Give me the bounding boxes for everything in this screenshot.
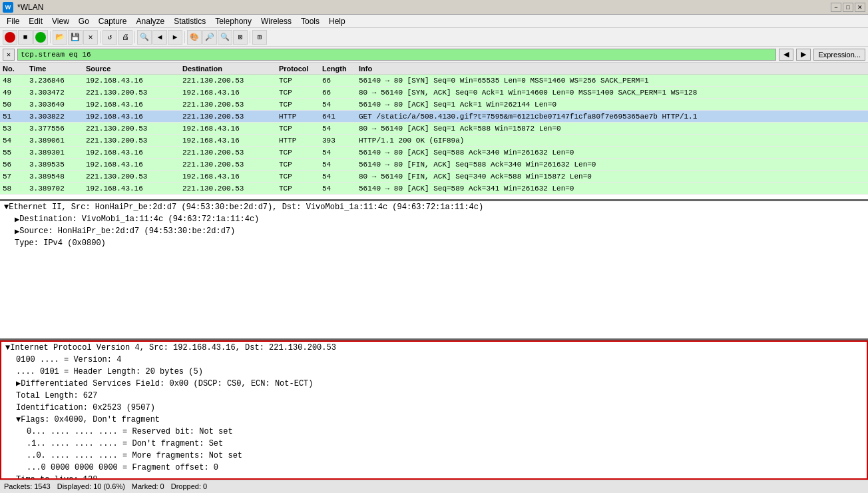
packet-rows-container: 48 3.236846 192.168.43.16 221.130.200.53… xyxy=(0,75,868,195)
toolbar-color-btn[interactable]: 🎨 xyxy=(187,30,202,45)
toolbar-open-btn[interactable]: 📂 xyxy=(53,30,67,45)
menu-telephony[interactable]: Telephony xyxy=(211,16,256,27)
packet-len: 66 xyxy=(320,77,356,85)
detail-text: Source: HonHaiPr_be:2d:d7 (94:53:30:be:2… xyxy=(19,227,235,236)
toolbar-save-btn[interactable]: 💾 xyxy=(68,30,83,45)
minimize-button[interactable]: − xyxy=(831,3,841,12)
bytes-text: Differentiated Services Field: 0x00 (DSC… xyxy=(21,379,313,388)
table-row[interactable]: 54 3.389061 221.130.200.53 192.168.43.16… xyxy=(0,135,868,147)
packet-src: 192.168.43.16 xyxy=(83,149,180,157)
toolbar-print-btn[interactable]: 🖨 xyxy=(118,30,132,45)
col-header-length: Length xyxy=(320,65,356,73)
toolbar-reload-btn[interactable]: ↺ xyxy=(103,30,117,45)
table-row[interactable]: 57 3.389548 221.130.200.53 192.168.43.16… xyxy=(0,171,868,183)
title-bar-title: *WLAN xyxy=(17,3,43,12)
packet-no: 48 xyxy=(0,77,27,85)
packet-src: 192.168.43.16 xyxy=(83,113,180,121)
menu-wireless[interactable]: Wireless xyxy=(257,16,296,27)
table-row[interactable]: 49 3.303472 221.130.200.53 192.168.43.16… xyxy=(0,87,868,99)
toolbar-zoom-in-btn[interactable]: 🔎 xyxy=(202,30,217,45)
table-row[interactable]: 48 3.236846 192.168.43.16 221.130.200.53… xyxy=(0,75,868,87)
table-row[interactable]: 53 3.377556 221.130.200.53 192.168.43.16… xyxy=(0,123,868,135)
table-row[interactable]: 50 3.303640 192.168.43.16 221.130.200.53… xyxy=(0,99,868,111)
packet-dst: 192.168.43.16 xyxy=(180,125,276,133)
packet-info: 80 → 56140 [ACK] Seq=1 Ack=588 Win=15872… xyxy=(356,125,868,133)
expression-button[interactable]: Expression... xyxy=(813,49,865,61)
status-marked: Marked: 0 xyxy=(132,482,164,490)
packet-time: 3.377556 xyxy=(27,125,83,133)
filter-arrow-right[interactable]: ▶ xyxy=(796,49,811,61)
menu-capture[interactable]: Capture xyxy=(95,16,131,27)
col-header-no: No. xyxy=(0,65,27,73)
menu-edit[interactable]: Edit xyxy=(25,16,47,27)
title-bar-controls[interactable]: − □ ✕ xyxy=(831,3,865,12)
detail-item[interactable]: Type: IPv4 (0x0800) xyxy=(0,237,868,249)
toolbar-next-btn[interactable]: ▶ xyxy=(168,30,182,45)
packet-time: 3.389702 xyxy=(27,185,83,193)
menu-statistics[interactable]: Statistics xyxy=(170,16,210,27)
toolbar-sep5 xyxy=(250,31,250,43)
toolbar-restart-btn[interactable] xyxy=(33,30,48,45)
packet-info: 56140 → 80 [ACK] Seq=588 Ack=340 Win=261… xyxy=(356,149,868,157)
toolbar-find-btn[interactable]: 🔍 xyxy=(137,30,152,45)
packet-no: 54 xyxy=(0,137,27,145)
menu-analyze[interactable]: Analyze xyxy=(132,16,169,27)
menu-go[interactable]: Go xyxy=(75,16,93,27)
col-header-protocol: Protocol xyxy=(276,65,320,73)
packet-no: 49 xyxy=(0,89,27,97)
status-displayed: Displayed: 10 (0.6%) xyxy=(57,482,125,490)
table-row[interactable]: 58 3.389702 192.168.43.16 221.130.200.53… xyxy=(0,183,868,195)
toolbar-layout-btn[interactable]: ⊞ xyxy=(252,30,267,45)
packet-dst: 221.130.200.53 xyxy=(180,185,276,193)
packet-len: 54 xyxy=(320,125,356,133)
close-button[interactable]: ✕ xyxy=(855,3,865,12)
menu-file[interactable]: File xyxy=(3,16,23,27)
detail-pane: ▼ Ethernet II, Src: HonHaiPr_be:2d:d7 (9… xyxy=(0,201,868,340)
detail-item[interactable]: ▼ Ethernet II, Src: HonHaiPr_be:2d:d7 (9… xyxy=(0,201,868,213)
packet-proto: TCP xyxy=(276,125,320,133)
menu-view[interactable]: View xyxy=(48,16,73,27)
filter-input[interactable] xyxy=(17,49,776,61)
packet-len: 54 xyxy=(320,185,356,193)
bytes-line: ▼ Internet Protocol Version 4, Src: 192.… xyxy=(1,342,867,354)
toolbar-close-btn[interactable]: ✕ xyxy=(83,30,98,45)
packet-len: 641 xyxy=(320,113,356,121)
bytes-text: Flags: 0x4000, Don't fragment xyxy=(21,415,160,424)
toolbar-zoom-reset-btn[interactable]: ⊠ xyxy=(233,30,248,45)
packet-dst: 192.168.43.16 xyxy=(180,137,276,145)
packet-proto: TCP xyxy=(276,149,320,157)
detail-item[interactable]: ▶ Source: HonHaiPr_be:2d:d7 (94:53:30:be… xyxy=(0,225,868,237)
detail-expand-icon: ▶ xyxy=(15,227,19,237)
bytes-text: ...0 0000 0000 0000 = Fragment offset: 0 xyxy=(27,463,218,472)
toolbar-sep3 xyxy=(134,31,135,43)
table-row[interactable]: 51 3.303822 192.168.43.16 221.130.200.53… xyxy=(0,111,868,123)
menu-tools[interactable]: Tools xyxy=(297,16,324,27)
filter-clear-btn[interactable]: ✕ xyxy=(3,49,15,61)
table-row[interactable]: 55 3.389301 192.168.43.16 221.130.200.53… xyxy=(0,147,868,159)
detail-item[interactable]: ▶ Destination: VivoMobi_1a:11:4c (94:63:… xyxy=(0,213,868,225)
toolbar-start-btn[interactable] xyxy=(3,30,17,45)
bytes-line: ▶ Differentiated Services Field: 0x00 (D… xyxy=(1,378,867,390)
packet-len: 54 xyxy=(320,149,356,157)
bytes-expand-icon: ▼ xyxy=(5,343,10,352)
menu-help[interactable]: Help xyxy=(325,16,349,27)
toolbar-stop-btn[interactable]: ■ xyxy=(18,30,33,45)
packet-no: 56 xyxy=(0,161,27,169)
toolbar-prev-btn[interactable]: ◀ xyxy=(152,30,167,45)
packet-proto: TCP xyxy=(276,89,320,97)
packet-no: 58 xyxy=(0,185,27,193)
title-bar: W *WLAN − □ ✕ xyxy=(0,0,868,15)
bytes-line: ..0. .... .... .... = More fragments: No… xyxy=(1,450,867,462)
col-header-source: Source xyxy=(83,65,180,73)
table-row[interactable]: 56 3.389535 192.168.43.16 221.130.200.53… xyxy=(0,159,868,171)
maximize-button[interactable]: □ xyxy=(843,3,853,12)
packet-info: GET /static/a/508.4130.gif?t=7595&m=6121… xyxy=(356,113,868,121)
bytes-line: 0100 .... = Version: 4 xyxy=(1,354,867,366)
filter-arrow-left[interactable]: ◀ xyxy=(779,49,793,61)
detail-expand-icon: ▼ xyxy=(4,203,9,212)
bytes-pane: ▼ Internet Protocol Version 4, Src: 192.… xyxy=(0,340,868,480)
packet-info: 56140 → 80 [ACK] Seq=1 Ack=1 Win=262144 … xyxy=(356,101,868,109)
detail-text: Type: IPv4 (0x0800) xyxy=(15,239,106,248)
toolbar-zoom-out-btn[interactable]: 🔍 xyxy=(218,30,232,45)
packet-dst: 221.130.200.53 xyxy=(180,113,276,121)
